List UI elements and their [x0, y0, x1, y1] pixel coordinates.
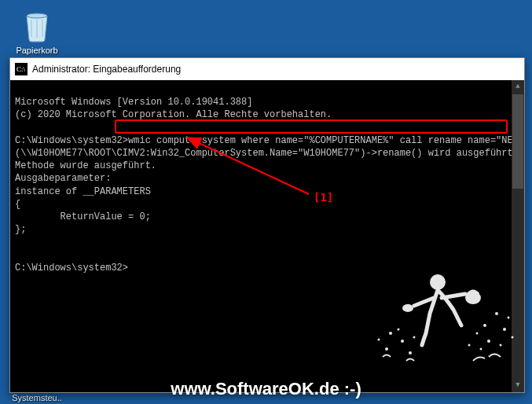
terminal-line: { — [15, 199, 20, 210]
terminal-line: Methode wurde ausgeführt. — [15, 160, 156, 171]
desktop-icon-papierkorb[interactable]: Papierkorb — [9, 6, 64, 55]
terminal-line: (\\W10HOME77\ROOT\CIMV2:Win32_ComputerSy… — [15, 148, 513, 159]
window-title: Administrator: Eingabeaufforderung — [32, 64, 181, 75]
scroll-up-icon[interactable]: ▲ — [512, 80, 524, 93]
svg-point-0 — [27, 13, 47, 18]
scrollbar-thumb[interactable] — [512, 94, 523, 189]
terminal-line: (c) 2020 Microsoft Corporation. Alle Rec… — [15, 109, 332, 120]
terminal-prompt: C:\Windows\system32> — [15, 135, 128, 146]
scroll-down-icon[interactable]: ▼ — [512, 380, 524, 392]
terminal-prompt-line: C:\Windows\system32>wmic computersystem … — [15, 135, 524, 146]
terminal-scrollbar[interactable]: ▲ ▼ — [512, 80, 524, 392]
titlebar[interactable]: C:\ Administrator: Eingabeaufforderung — [10, 58, 524, 80]
desktop-icon-label: Systemsteu.. — [9, 393, 64, 402]
watermark: www.SoftwareOK.de :-) — [171, 379, 361, 399]
terminal[interactable]: Microsoft Windows [Version 10.0.19041.38… — [10, 80, 524, 392]
recycle-bin-icon — [9, 6, 64, 44]
annotation-highlight-box — [115, 119, 508, 134]
terminal-line: }; — [15, 224, 26, 235]
cmd-icon: C:\ — [15, 63, 28, 75]
terminal-line: Microsoft Windows [Version 10.0.19041.38… — [15, 97, 252, 108]
cmd-window: C:\ Administrator: Eingabeaufforderung M… — [9, 57, 525, 393]
terminal-line: Ausgabeparameter: — [15, 173, 111, 184]
terminal-line: instance of __PARAMETERS — [15, 186, 151, 197]
desktop: Papierkorb Netzwerk — [0, 0, 532, 404]
terminal-command: wmic computersystem where name="%COMPUTE… — [128, 135, 524, 146]
annotation-label: [1] — [314, 190, 333, 205]
terminal-prompt: C:\Windows\system32> — [15, 263, 128, 274]
desktop-icon-label: Papierkorb — [9, 46, 64, 55]
svg-text:C:\: C:\ — [17, 65, 26, 73]
terminal-line: ReturnValue = 0; — [15, 211, 151, 222]
